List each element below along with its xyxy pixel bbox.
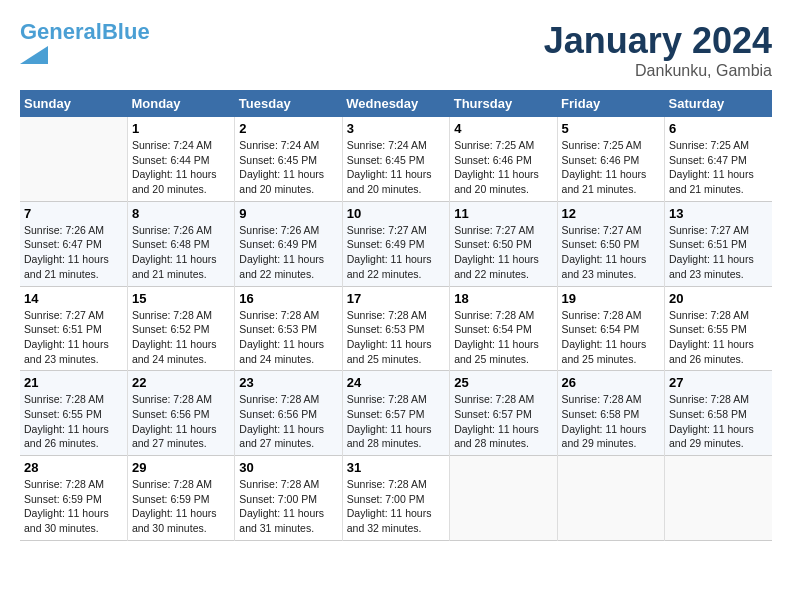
- day-number: 22: [132, 375, 230, 390]
- calendar-week-row: 21Sunrise: 7:28 AM Sunset: 6:55 PM Dayli…: [20, 371, 772, 456]
- cell-content: Sunrise: 7:24 AM Sunset: 6:45 PM Dayligh…: [239, 138, 337, 197]
- cell-content: Sunrise: 7:28 AM Sunset: 6:56 PM Dayligh…: [132, 392, 230, 451]
- day-number: 31: [347, 460, 445, 475]
- calendar-week-row: 28Sunrise: 7:28 AM Sunset: 6:59 PM Dayli…: [20, 456, 772, 541]
- weekday-header: Sunday: [20, 90, 127, 117]
- cell-content: Sunrise: 7:27 AM Sunset: 6:51 PM Dayligh…: [24, 308, 123, 367]
- calendar-cell: 15Sunrise: 7:28 AM Sunset: 6:52 PM Dayli…: [127, 286, 234, 371]
- svg-marker-0: [20, 46, 48, 64]
- weekday-header: Wednesday: [342, 90, 449, 117]
- day-number: 1: [132, 121, 230, 136]
- cell-content: Sunrise: 7:27 AM Sunset: 6:50 PM Dayligh…: [562, 223, 660, 282]
- day-number: 16: [239, 291, 337, 306]
- day-number: 17: [347, 291, 445, 306]
- calendar-cell: [20, 117, 127, 201]
- calendar-cell: 23Sunrise: 7:28 AM Sunset: 6:56 PM Dayli…: [235, 371, 342, 456]
- cell-content: Sunrise: 7:27 AM Sunset: 6:49 PM Dayligh…: [347, 223, 445, 282]
- day-number: 10: [347, 206, 445, 221]
- calendar-cell: 11Sunrise: 7:27 AM Sunset: 6:50 PM Dayli…: [450, 201, 557, 286]
- day-number: 3: [347, 121, 445, 136]
- calendar-cell: 21Sunrise: 7:28 AM Sunset: 6:55 PM Dayli…: [20, 371, 127, 456]
- day-number: 25: [454, 375, 552, 390]
- day-number: 11: [454, 206, 552, 221]
- day-number: 8: [132, 206, 230, 221]
- day-number: 2: [239, 121, 337, 136]
- day-number: 14: [24, 291, 123, 306]
- calendar-table: SundayMondayTuesdayWednesdayThursdayFrid…: [20, 90, 772, 541]
- calendar-cell: 26Sunrise: 7:28 AM Sunset: 6:58 PM Dayli…: [557, 371, 664, 456]
- calendar-cell: 31Sunrise: 7:28 AM Sunset: 7:00 PM Dayli…: [342, 456, 449, 541]
- calendar-cell: 16Sunrise: 7:28 AM Sunset: 6:53 PM Dayli…: [235, 286, 342, 371]
- cell-content: Sunrise: 7:28 AM Sunset: 6:53 PM Dayligh…: [239, 308, 337, 367]
- weekday-header: Monday: [127, 90, 234, 117]
- calendar-cell: 6Sunrise: 7:25 AM Sunset: 6:47 PM Daylig…: [665, 117, 772, 201]
- calendar-cell: 22Sunrise: 7:28 AM Sunset: 6:56 PM Dayli…: [127, 371, 234, 456]
- cell-content: Sunrise: 7:25 AM Sunset: 6:46 PM Dayligh…: [562, 138, 660, 197]
- calendar-cell: 10Sunrise: 7:27 AM Sunset: 6:49 PM Dayli…: [342, 201, 449, 286]
- day-number: 15: [132, 291, 230, 306]
- calendar-cell: [665, 456, 772, 541]
- calendar-cell: 19Sunrise: 7:28 AM Sunset: 6:54 PM Dayli…: [557, 286, 664, 371]
- calendar-cell: 13Sunrise: 7:27 AM Sunset: 6:51 PM Dayli…: [665, 201, 772, 286]
- cell-content: Sunrise: 7:27 AM Sunset: 6:51 PM Dayligh…: [669, 223, 768, 282]
- calendar-week-row: 14Sunrise: 7:27 AM Sunset: 6:51 PM Dayli…: [20, 286, 772, 371]
- weekday-header: Saturday: [665, 90, 772, 117]
- location: Dankunku, Gambia: [544, 62, 772, 80]
- calendar-cell: 30Sunrise: 7:28 AM Sunset: 7:00 PM Dayli…: [235, 456, 342, 541]
- cell-content: Sunrise: 7:26 AM Sunset: 6:49 PM Dayligh…: [239, 223, 337, 282]
- cell-content: Sunrise: 7:28 AM Sunset: 6:52 PM Dayligh…: [132, 308, 230, 367]
- calendar-cell: 4Sunrise: 7:25 AM Sunset: 6:46 PM Daylig…: [450, 117, 557, 201]
- calendar-body: 1Sunrise: 7:24 AM Sunset: 6:44 PM Daylig…: [20, 117, 772, 540]
- day-number: 4: [454, 121, 552, 136]
- calendar-cell: 1Sunrise: 7:24 AM Sunset: 6:44 PM Daylig…: [127, 117, 234, 201]
- day-number: 29: [132, 460, 230, 475]
- day-number: 7: [24, 206, 123, 221]
- day-number: 26: [562, 375, 660, 390]
- cell-content: Sunrise: 7:28 AM Sunset: 6:58 PM Dayligh…: [562, 392, 660, 451]
- cell-content: Sunrise: 7:28 AM Sunset: 6:58 PM Dayligh…: [669, 392, 768, 451]
- title-block: January 2024 Dankunku, Gambia: [544, 20, 772, 80]
- cell-content: Sunrise: 7:28 AM Sunset: 6:56 PM Dayligh…: [239, 392, 337, 451]
- logo-icon: [20, 46, 48, 64]
- page-header: GeneralBlue January 2024 Dankunku, Gambi…: [20, 20, 772, 80]
- calendar-cell: 17Sunrise: 7:28 AM Sunset: 6:53 PM Dayli…: [342, 286, 449, 371]
- cell-content: Sunrise: 7:28 AM Sunset: 6:54 PM Dayligh…: [454, 308, 552, 367]
- day-number: 6: [669, 121, 768, 136]
- calendar-cell: 8Sunrise: 7:26 AM Sunset: 6:48 PM Daylig…: [127, 201, 234, 286]
- calendar-cell: 29Sunrise: 7:28 AM Sunset: 6:59 PM Dayli…: [127, 456, 234, 541]
- weekday-header: Thursday: [450, 90, 557, 117]
- calendar-cell: 7Sunrise: 7:26 AM Sunset: 6:47 PM Daylig…: [20, 201, 127, 286]
- day-number: 23: [239, 375, 337, 390]
- day-number: 21: [24, 375, 123, 390]
- logo: GeneralBlue: [20, 20, 150, 64]
- weekday-header: Tuesday: [235, 90, 342, 117]
- cell-content: Sunrise: 7:28 AM Sunset: 6:57 PM Dayligh…: [347, 392, 445, 451]
- logo-general: General: [20, 19, 102, 44]
- calendar-cell: 9Sunrise: 7:26 AM Sunset: 6:49 PM Daylig…: [235, 201, 342, 286]
- day-number: 24: [347, 375, 445, 390]
- day-number: 13: [669, 206, 768, 221]
- cell-content: Sunrise: 7:28 AM Sunset: 6:54 PM Dayligh…: [562, 308, 660, 367]
- day-number: 30: [239, 460, 337, 475]
- month-title: January 2024: [544, 20, 772, 62]
- cell-content: Sunrise: 7:28 AM Sunset: 6:59 PM Dayligh…: [132, 477, 230, 536]
- weekday-header: Friday: [557, 90, 664, 117]
- day-number: 9: [239, 206, 337, 221]
- cell-content: Sunrise: 7:28 AM Sunset: 6:57 PM Dayligh…: [454, 392, 552, 451]
- calendar-header: SundayMondayTuesdayWednesdayThursdayFrid…: [20, 90, 772, 117]
- calendar-cell: 28Sunrise: 7:28 AM Sunset: 6:59 PM Dayli…: [20, 456, 127, 541]
- cell-content: Sunrise: 7:25 AM Sunset: 6:46 PM Dayligh…: [454, 138, 552, 197]
- cell-content: Sunrise: 7:28 AM Sunset: 6:53 PM Dayligh…: [347, 308, 445, 367]
- calendar-cell: 18Sunrise: 7:28 AM Sunset: 6:54 PM Dayli…: [450, 286, 557, 371]
- calendar-cell: [450, 456, 557, 541]
- calendar-week-row: 1Sunrise: 7:24 AM Sunset: 6:44 PM Daylig…: [20, 117, 772, 201]
- calendar-cell: [557, 456, 664, 541]
- calendar-cell: 14Sunrise: 7:27 AM Sunset: 6:51 PM Dayli…: [20, 286, 127, 371]
- calendar-week-row: 7Sunrise: 7:26 AM Sunset: 6:47 PM Daylig…: [20, 201, 772, 286]
- day-number: 27: [669, 375, 768, 390]
- cell-content: Sunrise: 7:28 AM Sunset: 6:55 PM Dayligh…: [24, 392, 123, 451]
- calendar-cell: 20Sunrise: 7:28 AM Sunset: 6:55 PM Dayli…: [665, 286, 772, 371]
- cell-content: Sunrise: 7:24 AM Sunset: 6:44 PM Dayligh…: [132, 138, 230, 197]
- cell-content: Sunrise: 7:28 AM Sunset: 7:00 PM Dayligh…: [239, 477, 337, 536]
- calendar-cell: 12Sunrise: 7:27 AM Sunset: 6:50 PM Dayli…: [557, 201, 664, 286]
